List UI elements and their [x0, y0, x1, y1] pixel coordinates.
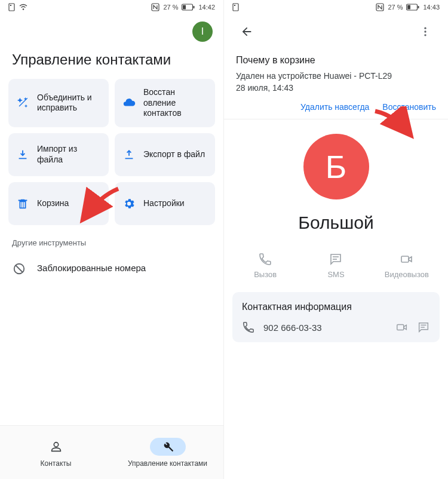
person-icon	[50, 440, 63, 453]
call-action[interactable]: Вызов	[238, 252, 292, 279]
info-card-title: Контактная информация	[242, 302, 430, 312]
more-vert-icon	[419, 26, 431, 38]
trash-icon	[16, 196, 30, 211]
header: I	[0, 13, 223, 47]
sim-icon	[8, 3, 16, 11]
status-bar: 27 % 14:42	[0, 0, 223, 13]
page-title: Управление контактами	[0, 47, 223, 79]
nfc-icon	[376, 3, 384, 11]
phone-side-icons	[395, 321, 430, 334]
message-icon[interactable]	[417, 321, 430, 334]
tile-label: Восстан овление контактов	[143, 87, 208, 119]
svg-rect-14	[407, 5, 410, 10]
svg-rect-0	[9, 4, 14, 11]
nav-icon-wrap	[38, 438, 74, 456]
nav-icon-wrap	[150, 438, 186, 456]
tile-label: Импорт из файла	[37, 144, 102, 165]
section-other-tools: Другие инструменты	[0, 225, 223, 253]
contact-name: Большой	[298, 213, 373, 233]
bottom-nav: Контакты Управление контактами	[0, 425, 223, 479]
overflow-menu-button[interactable]	[413, 20, 437, 44]
action-label: Видеовызов	[385, 270, 429, 279]
nav-label: Контакты	[41, 459, 72, 468]
account-avatar[interactable]: I	[192, 22, 213, 42]
restore-button[interactable]: Восстановить	[382, 102, 436, 112]
svg-point-2	[23, 8, 24, 10]
nav-label: Управление контактами	[128, 459, 207, 468]
phone-row[interactable]: 902 666-03-33	[242, 321, 430, 334]
screen-trashed-contact: 27 % 14:43 Почему в корзине Удален на ус…	[224, 0, 448, 479]
contact-avatar: Б	[303, 134, 369, 199]
phone-number: 902 666-03-33	[263, 323, 387, 333]
svg-rect-6	[183, 5, 186, 10]
tile-label: Настройки	[143, 198, 185, 209]
header	[224, 13, 448, 47]
svg-rect-9	[233, 4, 238, 11]
phone-icon	[242, 321, 255, 334]
trash-reason-title: Почему в корзине	[236, 55, 436, 66]
trash-reason-line2: 28 июля, 14:43	[236, 82, 436, 94]
videocam-icon[interactable]	[395, 321, 409, 334]
contact-actions: Вызов SMS Видеовызов	[224, 238, 448, 290]
tile-settings[interactable]: Настройки	[115, 182, 215, 225]
svg-rect-1	[10, 5, 11, 6]
tile-trash[interactable]: Корзина	[8, 182, 109, 225]
blocked-icon	[12, 262, 26, 276]
svg-point-17	[424, 34, 426, 36]
svg-rect-20	[401, 256, 409, 262]
sparkle-icon	[16, 96, 30, 110]
tile-merge-fix[interactable]: Объединить и исправить	[8, 79, 109, 127]
svg-rect-13	[418, 6, 419, 8]
tile-label: Объединить и исправить	[37, 93, 102, 113]
status-right: 27 % 14:43	[376, 3, 440, 11]
nfc-icon	[151, 3, 159, 11]
battery-pct: 27 %	[388, 4, 403, 11]
trash-actions: Удалить навсегда Восстановить	[236, 94, 436, 112]
nav-manage[interactable]: Управление контактами	[112, 426, 223, 479]
clock: 14:43	[423, 4, 440, 11]
status-left	[8, 3, 27, 11]
status-right: 27 % 14:42	[151, 3, 215, 11]
svg-point-16	[424, 30, 426, 32]
battery-icon	[182, 4, 195, 11]
export-icon	[122, 148, 136, 162]
item-blocked-numbers[interactable]: Заблокированные номера	[0, 253, 223, 284]
message-icon	[329, 252, 343, 266]
wifi-icon	[19, 4, 27, 11]
svg-line-8	[16, 265, 23, 272]
action-label: SMS	[327, 270, 344, 279]
phone-icon	[258, 252, 272, 266]
screen-manage-contacts: 27 % 14:42 I Управление контактами Объед…	[0, 0, 224, 479]
action-label: Вызов	[254, 270, 277, 279]
delete-forever-button[interactable]: Удалить навсегда	[300, 102, 369, 112]
tile-label: Экспорт в файл	[143, 149, 205, 160]
battery-icon	[406, 4, 419, 11]
wrench-icon	[161, 440, 174, 453]
back-button[interactable]	[235, 20, 259, 44]
video-action[interactable]: Видеовызов	[380, 252, 434, 279]
svg-point-15	[424, 27, 426, 29]
status-left	[232, 3, 240, 11]
nav-contacts[interactable]: Контакты	[0, 426, 112, 479]
svg-rect-10	[234, 5, 235, 6]
tile-export[interactable]: Экспорт в файл	[115, 133, 215, 176]
sim-icon	[232, 3, 240, 11]
clock: 14:42	[198, 4, 215, 11]
sms-action[interactable]: SMS	[309, 252, 363, 279]
arrow-left-icon	[240, 25, 253, 38]
tile-import[interactable]: Импорт из файла	[8, 133, 109, 176]
tile-grid: Объединить и исправить Восстан овление к…	[0, 79, 223, 225]
contact-summary: Б Большой	[224, 119, 448, 238]
trash-info: Почему в корзине Удален на устройстве Hu…	[224, 47, 448, 119]
contact-info-card: Контактная информация 902 666-03-33	[232, 292, 440, 342]
import-icon	[16, 148, 30, 162]
tile-restore-contacts[interactable]: Восстан овление контактов	[115, 79, 215, 127]
svg-rect-21	[397, 325, 404, 330]
gear-icon	[122, 196, 136, 211]
status-bar: 27 % 14:43	[224, 0, 448, 13]
tile-label: Корзина	[37, 198, 69, 209]
cloud-restore-icon	[122, 96, 136, 110]
svg-rect-5	[194, 6, 195, 8]
battery-pct: 27 %	[163, 4, 178, 11]
trash-reason-line1: Удален на устройстве Huawei - PCT-L29	[236, 70, 436, 82]
